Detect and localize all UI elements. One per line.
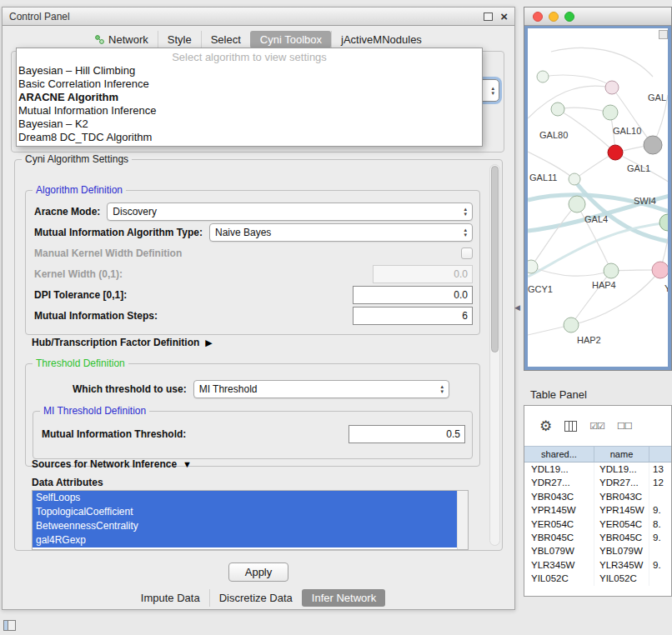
table-cell [649, 490, 671, 503]
mi-threshold-input[interactable]: 0.5 [349, 425, 465, 443]
tab-label: Impute Data [141, 592, 200, 603]
tab-select[interactable]: Select [201, 31, 250, 48]
splitter-collapse-icon[interactable]: ◀ [514, 303, 520, 312]
network-edge[interactable] [571, 270, 660, 325]
clear-all-checks-icon[interactable]: ☐☐ [617, 422, 632, 431]
dpi-tolerance-input[interactable]: 0.0 [353, 286, 473, 304]
table-row[interactable]: YER054CYER054C8. [524, 518, 671, 531]
control-panel-titlebar[interactable]: Control Panel × [3, 8, 514, 26]
close-window-icon[interactable]: × [500, 10, 508, 22]
table-row[interactable]: YDR27...YDR27...12 [524, 476, 671, 489]
network-edge[interactable] [571, 271, 611, 325]
network-edge[interactable] [528, 86, 612, 118]
tab-cyni-toolbox[interactable]: Cyni Toolbox [250, 31, 331, 48]
network-graph[interactable]: GAL80GAL10GAL11GAL1SWI4GAL4GCY1HAP4HAP2G… [528, 28, 669, 368]
hub-definition-toggle[interactable]: Hub/Transcription Factor Definition ▶ [32, 337, 213, 348]
network-node[interactable] [551, 102, 564, 116]
table-cell: 9. [649, 503, 671, 517]
network-edge[interactable] [551, 48, 653, 77]
algorithm-definition-title: Algorithm Definition [33, 184, 126, 196]
tab-style[interactable]: Style [158, 31, 201, 48]
column-selector-icon[interactable] [564, 421, 577, 432]
table-cell: YDL19... [524, 462, 594, 476]
attribute-item-selfloops[interactable]: SelfLoops [33, 491, 457, 505]
network-node[interactable] [569, 173, 580, 185]
table-row[interactable]: YBR043CYBR043C [524, 490, 671, 503]
network-canvas[interactable]: GAL80GAL10GAL11GAL1SWI4GAL4GCY1HAP4HAP2G… [524, 26, 671, 370]
tab-network[interactable]: Network [86, 31, 158, 48]
settings-scrollbar[interactable] [489, 164, 500, 546]
close-traffic-light-icon[interactable] [533, 12, 543, 22]
table-panel-title: Table Panel [530, 388, 587, 401]
list-scrollbar[interactable] [457, 491, 468, 549]
manual-kernel-label: Manual Kernel Width Definition [34, 248, 182, 259]
table-row[interactable]: YIL052CYIL052C [524, 572, 671, 585]
network-node[interactable] [603, 105, 618, 120]
mi-steps-input[interactable]: 6 [353, 307, 473, 325]
select-all-checks-icon[interactable]: ☑☑ [589, 422, 604, 431]
table-row[interactable]: YLR345WYLR345W9. [524, 558, 671, 572]
network-node[interactable] [537, 71, 549, 82]
minimize-traffic-light-icon[interactable] [549, 12, 559, 22]
dropdown-item-bayesian-k2[interactable]: Bayesian – K2 [17, 118, 482, 131]
tab-discretize-data[interactable]: Discretize Data [209, 589, 302, 607]
network-node[interactable] [604, 263, 619, 278]
table-column-header[interactable]: name [594, 447, 649, 462]
which-threshold-combo[interactable]: MI Threshold ▴▾ [193, 380, 449, 398]
table-row[interactable]: YBR045CYBR045C9. [524, 531, 671, 544]
network-edge[interactable] [612, 88, 653, 145]
tab-jactivemnodules[interactable]: jActiveMNodules [331, 31, 431, 48]
dropdown-item-mutual-information-inference[interactable]: Mutual Information Inference [17, 104, 482, 118]
dropdown-item-aracne-algorithm[interactable]: ARACNE Algorithm [17, 91, 482, 104]
mi-type-combo[interactable]: Naive Bayes ▴▾ [209, 223, 473, 242]
network-node-label: GAL10 [613, 126, 641, 136]
apply-button[interactable]: Apply [228, 562, 288, 582]
sources-toggle[interactable]: Sources for Network Inference ▼ [32, 458, 192, 470]
network-node[interactable] [569, 196, 585, 212]
table-column-header[interactable] [649, 447, 671, 462]
cyni-algorithm-settings-group: Cyni Algorithm Settings Algorithm Defini… [14, 159, 503, 551]
attribute-item-topologicalcoefficient[interactable]: TopologicalCoefficient [33, 505, 457, 519]
table-cell: YBL079W [524, 544, 594, 558]
network-node[interactable] [659, 214, 669, 231]
hub-definition-label: Hub/Transcription Factor Definition [32, 337, 199, 348]
float-window-icon[interactable] [484, 12, 493, 21]
manual-kernel-row: Manual Kernel Width Definition [34, 244, 473, 262]
table-row[interactable]: YDL19...YDL19...13 [524, 462, 671, 476]
network-node[interactable] [608, 145, 623, 160]
gear-icon[interactable]: ⚙ [539, 419, 552, 433]
tab-impute-data[interactable]: Impute Data [132, 589, 209, 607]
scrollbar-thumb[interactable] [491, 166, 499, 352]
aracne-mode-row: Aracne Mode: Discovery ▴▾ [34, 202, 473, 221]
kernel-width-input[interactable]: 0.0 [373, 265, 473, 283]
network-node[interactable] [644, 136, 662, 154]
attribute-item-gal4rgexp[interactable]: gal4RGexp [33, 533, 457, 548]
network-window-titlebar[interactable] [524, 8, 671, 26]
attribute-item-betweennesscentrality[interactable]: BetweennessCentrality [33, 519, 457, 533]
minimized-panel-icon-detail [4, 621, 8, 630]
table-cell: 9. [649, 531, 671, 544]
data-attributes-list[interactable]: SelfLoopsTopologicalCoefficientBetweenne… [32, 490, 469, 550]
dropdown-placeholder: Select algorithm to view settings [17, 50, 482, 64]
minimized-panel-icon[interactable] [3, 620, 16, 631]
dropdown-item-dream8-dc-tdc-algorithm[interactable]: Dream8 DC_TDC Algorithm [17, 131, 482, 144]
dropdown-item-bayesian-hill-climbing[interactable]: Bayesian – Hill Climbing [17, 64, 482, 78]
tab-infer-network[interactable]: Infer Network [302, 589, 385, 607]
network-node[interactable] [652, 262, 669, 278]
network-node-label: HAP2 [577, 335, 601, 345]
network-node[interactable] [605, 81, 619, 94]
dropdown-item-basic-correlation-inference[interactable]: Basic Correlation Inference [17, 78, 482, 91]
network-edge[interactable] [531, 204, 577, 267]
network-node[interactable] [528, 260, 538, 273]
network-edge[interactable] [528, 222, 669, 277]
manual-kernel-checkbox[interactable] [461, 248, 473, 259]
network-node-label: GAL80 [539, 130, 568, 140]
table-row[interactable]: YPR145WYPR145W9. [524, 503, 671, 517]
mi-type-row: Mutual Information Algorithm Type: Naive… [34, 223, 473, 242]
zoom-traffic-light-icon[interactable] [564, 12, 574, 22]
network-node[interactable] [564, 318, 579, 332]
table-cell: YER054C [524, 518, 594, 531]
table-column-header[interactable]: shared... [524, 447, 594, 462]
table-row[interactable]: YBL079WYBL079W [524, 544, 671, 558]
aracne-mode-combo[interactable]: Discovery ▴▾ [107, 202, 473, 221]
